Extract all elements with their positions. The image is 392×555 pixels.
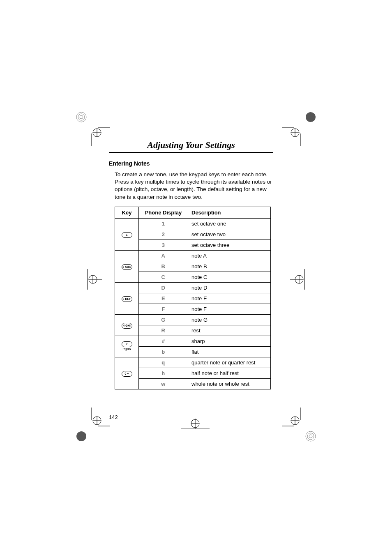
- svg-point-7: [80, 115, 83, 119]
- description-cell: quarter note or quarter rest: [188, 357, 271, 368]
- keypad-key-icon: 1: [122, 232, 132, 238]
- intro-paragraph: To create a new tone, use the keypad key…: [115, 171, 273, 201]
- description-cell: note F: [188, 304, 271, 314]
- key-cell: 0 +: [115, 357, 139, 389]
- display-cell: G: [139, 314, 188, 325]
- display-cell: w: [139, 378, 188, 389]
- display-cell: C: [139, 272, 188, 282]
- crop-mark-bottom-right: [282, 408, 319, 446]
- description-cell: rest: [188, 325, 271, 336]
- header-key: Key: [115, 207, 139, 218]
- display-cell: h: [139, 368, 188, 378]
- table-header-row: Key Phone Display Description: [115, 207, 271, 218]
- chapter-title: Adjusting Your Settings: [109, 140, 273, 150]
- description-cell: sharp: [188, 336, 271, 346]
- display-cell: D: [139, 282, 188, 293]
- description-cell: set octave three: [188, 240, 271, 250]
- table-row: 2 ABCAnote A: [115, 250, 271, 261]
- table-row: 7 PQRS#sharp: [115, 336, 271, 346]
- page-content: Adjusting Your Settings Entering Notes T…: [109, 140, 273, 389]
- table-row: 0 +qquarter note or quarter rest: [115, 357, 271, 368]
- display-cell: #: [139, 336, 188, 346]
- display-cell: q: [139, 357, 188, 368]
- description-cell: note D: [188, 282, 271, 293]
- display-cell: R: [139, 325, 188, 336]
- description-cell: set octave one: [188, 218, 271, 229]
- display-cell: B: [139, 261, 188, 272]
- description-cell: note G: [188, 314, 271, 325]
- keypad-key-icon: 2 ABC: [122, 264, 132, 270]
- description-cell: flat: [188, 346, 271, 357]
- reg-mark-right: [290, 269, 319, 291]
- key-cell: 4 GHI: [115, 314, 139, 336]
- key-cell: 3 DEF: [115, 282, 139, 314]
- crop-mark-top-right: [282, 109, 319, 147]
- header-display: Phone Display: [139, 207, 188, 218]
- svg-point-26: [307, 433, 314, 440]
- crop-mark-top-left: [73, 109, 110, 147]
- svg-point-13: [306, 112, 316, 122]
- svg-point-27: [309, 435, 312, 438]
- key-cell: 2 ABC: [115, 250, 139, 282]
- keypad-key-icon: 0 +: [122, 371, 132, 377]
- table-row: 11set octave one: [115, 218, 271, 229]
- table-row: 4 GHIGnote G: [115, 314, 271, 325]
- reg-mark-left: [73, 269, 102, 291]
- crop-mark-bottom-left: [73, 408, 110, 446]
- svg-point-6: [78, 114, 85, 120]
- display-cell: 2: [139, 229, 188, 240]
- description-cell: note E: [188, 293, 271, 304]
- display-cell: 1: [139, 218, 188, 229]
- keypad-key-icon: 4 GHI: [122, 323, 132, 329]
- key-cell: 7 PQRS: [115, 336, 139, 357]
- notes-table: Key Phone Display Description 11set octa…: [115, 207, 271, 389]
- section-heading: Entering Notes: [109, 160, 273, 167]
- page-number: 142: [109, 414, 118, 420]
- display-cell: A: [139, 250, 188, 261]
- svg-point-19: [76, 431, 86, 441]
- display-cell: b: [139, 346, 188, 357]
- description-cell: note A: [188, 250, 271, 261]
- table-row: 3 DEFDnote D: [115, 282, 271, 293]
- keypad-key-icon: 7 PQRS: [122, 341, 132, 347]
- header-description: Description: [188, 207, 271, 218]
- reg-mark-bottom: [181, 419, 210, 441]
- display-cell: 3: [139, 240, 188, 250]
- display-cell: E: [139, 293, 188, 304]
- description-cell: whole note or whole rest: [188, 378, 271, 389]
- description-cell: half note or half rest: [188, 368, 271, 378]
- description-cell: note B: [188, 261, 271, 272]
- title-rule: [109, 152, 273, 153]
- description-cell: set octave two: [188, 229, 271, 240]
- display-cell: F: [139, 304, 188, 314]
- key-cell: 1: [115, 218, 139, 250]
- keypad-key-icon: 3 DEF: [122, 296, 132, 302]
- description-cell: note C: [188, 272, 271, 282]
